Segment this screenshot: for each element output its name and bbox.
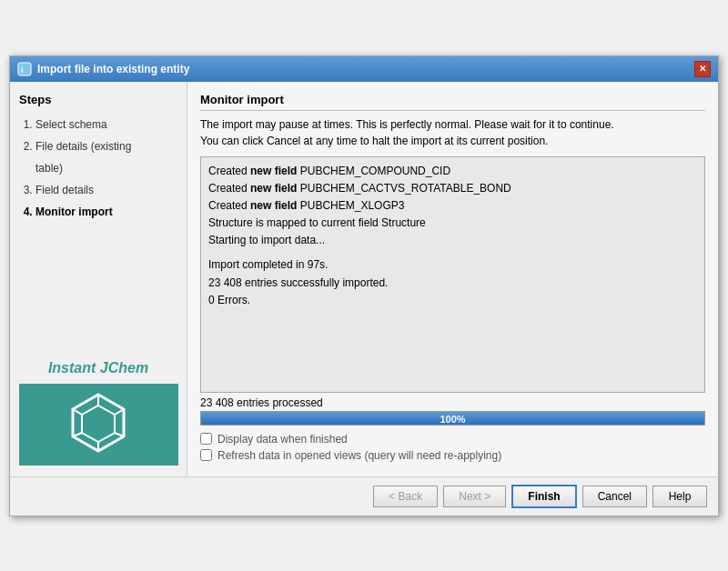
sidebar-bottom: Instant JChem	[19, 360, 177, 466]
log-line-7: 23 408 entries successfully imported.	[208, 275, 697, 292]
step-2: File details (existingtable)	[35, 135, 177, 179]
refresh-data-checkbox[interactable]	[200, 449, 212, 461]
dialog-footer: < Back Next > Finish Cancel Help	[10, 476, 718, 516]
refresh-data-label: Refresh data in opened views (query will…	[217, 449, 501, 462]
svg-text:i: i	[21, 65, 24, 75]
dialog-icon: i	[17, 62, 32, 76]
step-1: Select schema	[35, 114, 177, 135]
log-line-3: Created new field PUBCHEM_XLOGP3	[208, 197, 697, 215]
brand-logo	[19, 384, 178, 466]
hexagon-icon	[66, 391, 130, 457]
info-line1: The import may pause at times. This is p…	[200, 118, 614, 131]
main-content: Monitor import The import may pause at t…	[187, 82, 718, 476]
help-button[interactable]: Help	[652, 486, 707, 507]
log-line-6: Import completed in 97s.	[208, 256, 697, 274]
title-bar-left: i Import file into existing entity	[17, 62, 189, 76]
brand-name: Instant JChem	[48, 360, 148, 376]
info-line2: You can click Cancel at any time to halt…	[200, 135, 548, 147]
log-line-8: 0 Errors.	[208, 292, 697, 309]
step-3: Field details	[35, 179, 177, 201]
log-line-1: Created new field PUBCHEM_COMPOUND_CID	[208, 163, 697, 180]
info-text: The import may pause at times. This is p…	[200, 116, 705, 149]
cancel-button[interactable]: Cancel	[582, 486, 647, 507]
close-button[interactable]: ✕	[694, 61, 711, 77]
dialog-body: Steps Select schema File details (existi…	[10, 82, 718, 476]
display-data-label: Display data when finished	[217, 433, 348, 446]
title-bar: i Import file into existing entity ✕	[10, 56, 718, 82]
progress-label: 100%	[201, 412, 704, 426]
refresh-data-row: Refresh data in opened views (query will…	[200, 449, 705, 462]
back-button[interactable]: < Back	[373, 486, 438, 507]
progress-bar-container: 100%	[200, 411, 705, 426]
entries-count: 23 408 entries processed	[200, 396, 705, 409]
import-dialog: i Import file into existing entity ✕ Ste…	[9, 55, 719, 516]
log-box: Created new field PUBCHEM_COMPOUND_CID C…	[200, 156, 705, 393]
finish-button[interactable]: Finish	[511, 485, 576, 508]
display-data-checkbox[interactable]	[200, 433, 212, 445]
step-4: Monitor import	[35, 201, 177, 223]
section-title: Monitor import	[200, 93, 705, 111]
log-line-2: Created new field PUBCHEM_CACTVS_ROTATAB…	[208, 180, 697, 197]
display-data-row: Display data when finished	[200, 433, 705, 446]
dialog-title: Import file into existing entity	[37, 63, 189, 75]
log-line-4: Structure is mapped to current field Str…	[208, 215, 697, 232]
svg-marker-3	[82, 406, 115, 442]
steps-panel: Steps Select schema File details (existi…	[19, 93, 177, 223]
log-line-5: Starting to import data...	[208, 232, 697, 249]
steps-list: Select schema File details (existingtabl…	[19, 114, 177, 223]
sidebar: Steps Select schema File details (existi…	[10, 82, 187, 476]
steps-title: Steps	[19, 93, 177, 106]
next-button[interactable]: Next >	[443, 486, 506, 507]
